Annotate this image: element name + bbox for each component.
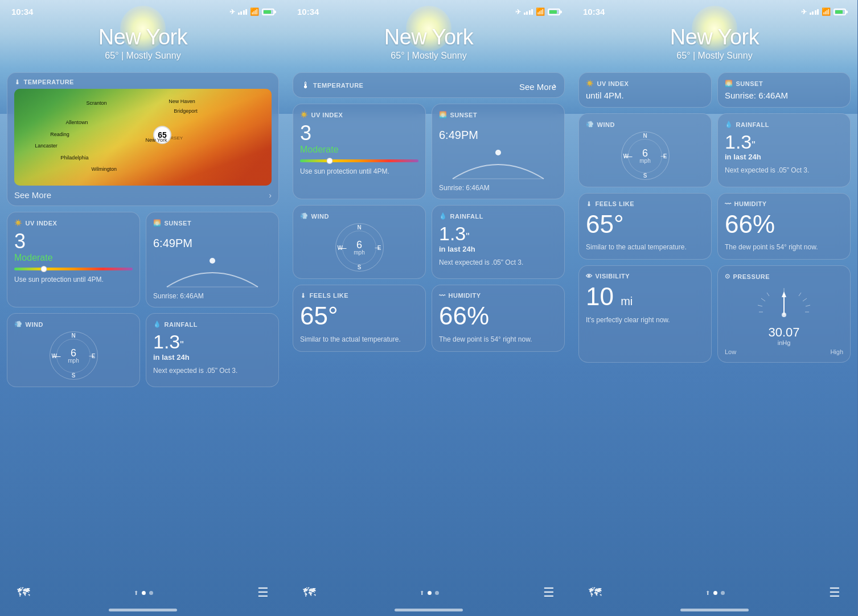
uv-bar-1 — [14, 268, 133, 270]
svg-marker-14 — [782, 291, 786, 297]
pressure-unit: inHg — [725, 339, 843, 346]
temperature-label-1: 🌡 TEMPERATURE — [14, 79, 272, 85]
nav-dots-3: ⬆ — [705, 590, 725, 596]
time-display: 10:34 — [11, 7, 33, 17]
content-area-2: 🌡 TEMPERATURE See More › ☀️ UV INDEX 3 M… — [286, 72, 572, 352]
city-weather-1: 65° | Mostly Sunny — [0, 51, 286, 61]
nav-dot-2-2 — [435, 591, 439, 595]
svg-line-9 — [761, 298, 765, 301]
location-icon: ✈ — [229, 8, 235, 16]
sunrise-label-1: Sunrise: 6:46AM — [153, 292, 272, 300]
city-weather-3: 65° | Mostly Sunny — [572, 51, 857, 61]
visibility-label: 👁 VISIBILITY — [586, 273, 704, 280]
compass-north-3: N — [643, 133, 647, 139]
wind-speed-1: 6 mph — [68, 348, 79, 364]
uv-bar-2 — [300, 159, 418, 162]
rainfall-next-3: Next expected is .05" Oct 3. — [725, 166, 843, 175]
bottom-nav-1: 🗺 ⬆ ☰ — [0, 578, 286, 616]
city-name-1: New York — [0, 25, 286, 50]
location-icon-3: ✈ — [801, 8, 807, 16]
compass-north: N — [71, 332, 75, 339]
rainfall-label-2: 💧 RAINFALL — [439, 212, 557, 220]
pressure-low-label: Low — [725, 348, 736, 355]
nav-dot-1-active — [142, 591, 146, 595]
humidity-label-3: 〰 HUMIDITY — [725, 200, 843, 207]
uv-index-small-card: ☀️ UV INDEX until 4PM. — [578, 72, 712, 108]
map-label-lancaster: Lancaster — [35, 143, 58, 149]
wind-icon-2: 💨 — [300, 212, 309, 220]
sunrise-label-3: Sunrise: 6:46AM — [725, 91, 843, 100]
uv-indicator-1 — [41, 266, 47, 272]
content-area-3: ☀️ UV INDEX until 4PM. 🌅 SUNSET Sunrise:… — [572, 72, 857, 363]
wave-icon-3: 〰 — [725, 200, 732, 207]
map-label-bridgeport: Bridgeport — [174, 108, 198, 114]
uv-indicator-2 — [327, 158, 333, 164]
uv-label-1: ☀️ UV INDEX — [14, 219, 133, 227]
wind-label-1: 💨 WIND — [14, 321, 133, 328]
thermometer-feels-icon-2: 🌡 — [300, 292, 307, 299]
map-nav-icon-2[interactable]: 🗺 — [303, 585, 315, 600]
nav-location-icon-1: ⬆ — [134, 590, 138, 596]
rainfall-card-2: 💧 RAINFALL 1.3" in last 24h Next expecte… — [432, 205, 565, 279]
time-display-2: 10:34 — [297, 7, 319, 17]
nav-dots-1: ⬆ — [134, 590, 153, 596]
signal-icon-2 — [524, 9, 533, 15]
visibility-value: 10 mi — [586, 283, 704, 310]
feels-desc-2: Similar to the actual temperature. — [300, 335, 418, 344]
temperature-seemore-card[interactable]: 🌡 TEMPERATURE See More › — [293, 72, 565, 98]
compass-south-3: S — [643, 173, 647, 179]
wind-card-2: 💨 WIND N S E W 6 mph — → — [293, 205, 426, 279]
eye-icon: 👁 — [586, 273, 593, 280]
rainfall-desc-2: in last 24h — [439, 245, 557, 253]
feels-label-2: 🌡 FEELS LIKE — [300, 292, 418, 299]
see-more-row-1[interactable]: See More › — [14, 190, 272, 200]
map-label-newhaven: New Haven — [169, 98, 195, 104]
uv-value-2: 3 — [300, 122, 418, 145]
feels-like-card-2: 🌡 FEELS LIKE 65° Similar to the actual t… — [293, 285, 426, 351]
rainfall-card-3: 💧 RAINFALL 1.3" in last 24h Next expecte… — [717, 113, 851, 187]
wind-arrow-right-3: → — [659, 151, 667, 161]
uv-index-card-2: ☀️ UV INDEX 3 Moderate Use sun protectio… — [293, 104, 426, 199]
map-nav-icon-1[interactable]: 🗺 — [17, 585, 30, 600]
compass-south: S — [72, 372, 76, 379]
list-nav-icon-2[interactable]: ☰ — [543, 585, 555, 600]
signal-icon-3 — [810, 9, 819, 15]
wifi-icon-2: 📶 — [536, 7, 545, 16]
sunset-icon-3: 🌅 — [725, 80, 733, 87]
status-bar-2: 10:34 ✈ 📶 — [286, 0, 572, 17]
city-header-1: New York 65° | Mostly Sunny — [0, 17, 286, 72]
wind-rainfall-row-1: 💨 WIND N S E W 6 mph — → — [7, 313, 279, 387]
nav-location-icon-2: ⬆ — [420, 590, 424, 596]
wind-icon-1: 💨 — [14, 321, 23, 328]
map-label-scranton: Scranton — [87, 100, 107, 106]
uv-desc-1: Use sun protection until 4PM. — [14, 275, 133, 285]
screen-3: 10:34 ✈ 📶 New York 65° | Mostly Sunny ☀️ — [572, 0, 857, 616]
map-nav-icon-3[interactable]: 🗺 — [589, 585, 601, 600]
pressure-labels: Low High — [725, 348, 843, 355]
see-more-text[interactable]: See More — [519, 82, 556, 92]
feels-humidity-row-2: 🌡 FEELS LIKE 65° Similar to the actual t… — [293, 285, 565, 351]
sunset-arc-svg-2 — [439, 147, 557, 182]
wind-label-2: 💨 WIND — [300, 212, 418, 220]
map-label-newyork: New York — [146, 137, 167, 143]
uv-label-3: ☀️ UV INDEX — [586, 80, 704, 87]
see-more-label-1[interactable]: See More — [14, 190, 51, 200]
compass-3: N S E W 6 mph — → — [621, 132, 670, 180]
rainfall-label-3: 💧 RAINFALL — [725, 121, 843, 128]
list-nav-icon-1[interactable]: ☰ — [257, 585, 269, 600]
drop-icon-3: 💧 — [725, 121, 733, 128]
sunset-small-card: 🌅 SUNSET Sunrise: 6:46AM — [717, 72, 851, 108]
wind-arrow-left-2: — — [339, 243, 347, 252]
svg-line-5 — [767, 293, 769, 296]
screen-2: 10:34 ✈ 📶 New York 65° | Mostly Sunny 🌡 … — [286, 0, 572, 616]
humidity-desc-3: The dew point is 54° right now. — [725, 243, 843, 252]
uv-label-2: ☀️ UV INDEX — [300, 111, 418, 118]
feels-label-3: 🌡 FEELS LIKE — [586, 200, 704, 207]
location-icon-2: ✈ — [515, 8, 521, 16]
status-bar-1: 10:34 ✈ 📶 — [0, 0, 286, 17]
rainfall-next-1: Next expected is .05" Oct 3. — [153, 366, 272, 376]
list-nav-icon-3[interactable]: ☰ — [829, 585, 840, 600]
sunset-label-2: 🌅 SUNSET — [439, 111, 557, 118]
compass-south-2: S — [358, 264, 362, 270]
wind-label-3: 💨 WIND — [586, 121, 704, 128]
